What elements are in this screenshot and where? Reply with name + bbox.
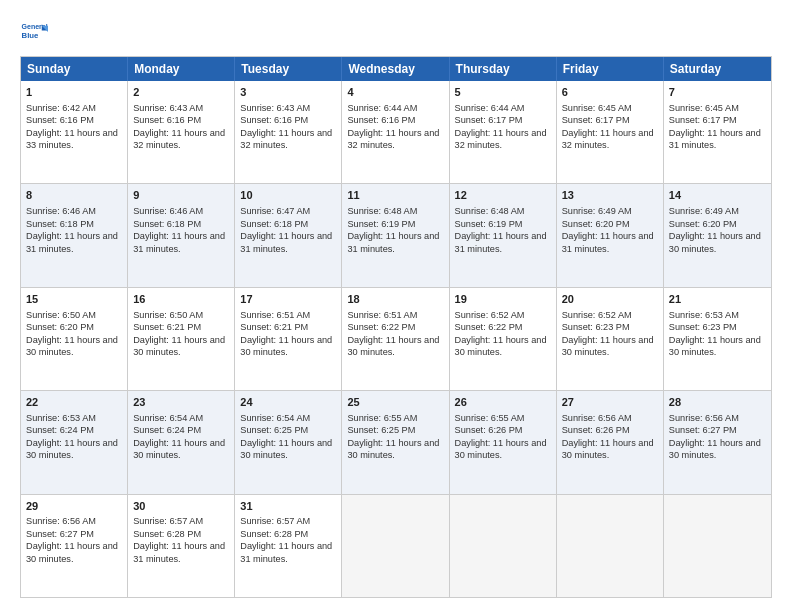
day-number: 15 [26, 292, 122, 307]
calendar-cell: 14Sunrise: 6:49 AMSunset: 6:20 PMDayligh… [664, 184, 771, 286]
sunrise-text: Sunrise: 6:45 AM [562, 103, 632, 113]
sunrise-text: Sunrise: 6:50 AM [26, 310, 96, 320]
calendar-cell: 16Sunrise: 6:50 AMSunset: 6:21 PMDayligh… [128, 288, 235, 390]
sunset-text: Sunset: 6:22 PM [455, 322, 523, 332]
sunrise-text: Sunrise: 6:52 AM [562, 310, 632, 320]
calendar-body: 1Sunrise: 6:42 AMSunset: 6:16 PMDaylight… [21, 81, 771, 597]
sunset-text: Sunset: 6:20 PM [562, 219, 630, 229]
day-number: 29 [26, 499, 122, 514]
calendar-cell: 23Sunrise: 6:54 AMSunset: 6:24 PMDayligh… [128, 391, 235, 493]
sunset-text: Sunset: 6:22 PM [347, 322, 415, 332]
sunset-text: Sunset: 6:26 PM [562, 425, 630, 435]
sunrise-text: Sunrise: 6:46 AM [26, 206, 96, 216]
sunrise-text: Sunrise: 6:53 AM [669, 310, 739, 320]
daylight-text: Daylight: 11 hours and 31 minutes. [347, 231, 439, 253]
logo-icon: General Blue [20, 18, 48, 46]
day-number: 31 [240, 499, 336, 514]
sunrise-text: Sunrise: 6:43 AM [133, 103, 203, 113]
day-number: 17 [240, 292, 336, 307]
calendar-row-4: 22Sunrise: 6:53 AMSunset: 6:24 PMDayligh… [21, 390, 771, 493]
sunset-text: Sunset: 6:19 PM [347, 219, 415, 229]
calendar-cell: 30Sunrise: 6:57 AMSunset: 6:28 PMDayligh… [128, 495, 235, 597]
day-number: 16 [133, 292, 229, 307]
sunset-text: Sunset: 6:17 PM [669, 115, 737, 125]
daylight-text: Daylight: 11 hours and 30 minutes. [562, 335, 654, 357]
daylight-text: Daylight: 11 hours and 31 minutes. [133, 231, 225, 253]
sunrise-text: Sunrise: 6:44 AM [455, 103, 525, 113]
header-day-friday: Friday [557, 57, 664, 81]
daylight-text: Daylight: 11 hours and 30 minutes. [347, 438, 439, 460]
sunrise-text: Sunrise: 6:51 AM [240, 310, 310, 320]
daylight-text: Daylight: 11 hours and 31 minutes. [240, 231, 332, 253]
daylight-text: Daylight: 11 hours and 30 minutes. [669, 438, 761, 460]
day-number: 13 [562, 188, 658, 203]
calendar-cell: 31Sunrise: 6:57 AMSunset: 6:28 PMDayligh… [235, 495, 342, 597]
day-number: 9 [133, 188, 229, 203]
sunrise-text: Sunrise: 6:56 AM [562, 413, 632, 423]
sunrise-text: Sunrise: 6:54 AM [240, 413, 310, 423]
day-number: 23 [133, 395, 229, 410]
daylight-text: Daylight: 11 hours and 30 minutes. [347, 335, 439, 357]
calendar-row-3: 15Sunrise: 6:50 AMSunset: 6:20 PMDayligh… [21, 287, 771, 390]
sunrise-text: Sunrise: 6:43 AM [240, 103, 310, 113]
daylight-text: Daylight: 11 hours and 31 minutes. [26, 231, 118, 253]
logo: General Blue [20, 18, 52, 46]
calendar-row-2: 8Sunrise: 6:46 AMSunset: 6:18 PMDaylight… [21, 183, 771, 286]
daylight-text: Daylight: 11 hours and 32 minutes. [240, 128, 332, 150]
daylight-text: Daylight: 11 hours and 31 minutes. [455, 231, 547, 253]
sunrise-text: Sunrise: 6:57 AM [133, 516, 203, 526]
sunset-text: Sunset: 6:23 PM [669, 322, 737, 332]
calendar-cell: 28Sunrise: 6:56 AMSunset: 6:27 PMDayligh… [664, 391, 771, 493]
calendar-cell: 29Sunrise: 6:56 AMSunset: 6:27 PMDayligh… [21, 495, 128, 597]
header-day-wednesday: Wednesday [342, 57, 449, 81]
sunrise-text: Sunrise: 6:51 AM [347, 310, 417, 320]
sunset-text: Sunset: 6:24 PM [26, 425, 94, 435]
sunset-text: Sunset: 6:28 PM [133, 529, 201, 539]
sunrise-text: Sunrise: 6:42 AM [26, 103, 96, 113]
daylight-text: Daylight: 11 hours and 30 minutes. [669, 335, 761, 357]
daylight-text: Daylight: 11 hours and 30 minutes. [133, 438, 225, 460]
day-number: 26 [455, 395, 551, 410]
calendar-cell: 19Sunrise: 6:52 AMSunset: 6:22 PMDayligh… [450, 288, 557, 390]
daylight-text: Daylight: 11 hours and 31 minutes. [240, 541, 332, 563]
svg-text:Blue: Blue [22, 31, 40, 40]
calendar-cell [450, 495, 557, 597]
daylight-text: Daylight: 11 hours and 30 minutes. [133, 335, 225, 357]
sunset-text: Sunset: 6:25 PM [347, 425, 415, 435]
sunset-text: Sunset: 6:20 PM [26, 322, 94, 332]
header: General Blue [20, 18, 772, 46]
sunrise-text: Sunrise: 6:56 AM [669, 413, 739, 423]
day-number: 3 [240, 85, 336, 100]
sunset-text: Sunset: 6:17 PM [562, 115, 630, 125]
day-number: 4 [347, 85, 443, 100]
daylight-text: Daylight: 11 hours and 32 minutes. [133, 128, 225, 150]
daylight-text: Daylight: 11 hours and 31 minutes. [669, 128, 761, 150]
daylight-text: Daylight: 11 hours and 31 minutes. [562, 231, 654, 253]
day-number: 25 [347, 395, 443, 410]
day-number: 20 [562, 292, 658, 307]
sunset-text: Sunset: 6:27 PM [26, 529, 94, 539]
daylight-text: Daylight: 11 hours and 30 minutes. [240, 335, 332, 357]
sunset-text: Sunset: 6:21 PM [133, 322, 201, 332]
calendar-cell: 25Sunrise: 6:55 AMSunset: 6:25 PMDayligh… [342, 391, 449, 493]
calendar-cell: 21Sunrise: 6:53 AMSunset: 6:23 PMDayligh… [664, 288, 771, 390]
header-day-thursday: Thursday [450, 57, 557, 81]
sunset-text: Sunset: 6:25 PM [240, 425, 308, 435]
sunset-text: Sunset: 6:18 PM [133, 219, 201, 229]
calendar: SundayMondayTuesdayWednesdayThursdayFrid… [20, 56, 772, 598]
sunset-text: Sunset: 6:26 PM [455, 425, 523, 435]
day-number: 12 [455, 188, 551, 203]
day-number: 30 [133, 499, 229, 514]
sunset-text: Sunset: 6:24 PM [133, 425, 201, 435]
day-number: 2 [133, 85, 229, 100]
day-number: 14 [669, 188, 766, 203]
daylight-text: Daylight: 11 hours and 30 minutes. [26, 335, 118, 357]
day-number: 6 [562, 85, 658, 100]
calendar-cell: 6Sunrise: 6:45 AMSunset: 6:17 PMDaylight… [557, 81, 664, 183]
day-number: 10 [240, 188, 336, 203]
sunset-text: Sunset: 6:18 PM [26, 219, 94, 229]
calendar-cell: 15Sunrise: 6:50 AMSunset: 6:20 PMDayligh… [21, 288, 128, 390]
calendar-row-1: 1Sunrise: 6:42 AMSunset: 6:16 PMDaylight… [21, 81, 771, 183]
calendar-cell: 8Sunrise: 6:46 AMSunset: 6:18 PMDaylight… [21, 184, 128, 286]
header-day-saturday: Saturday [664, 57, 771, 81]
